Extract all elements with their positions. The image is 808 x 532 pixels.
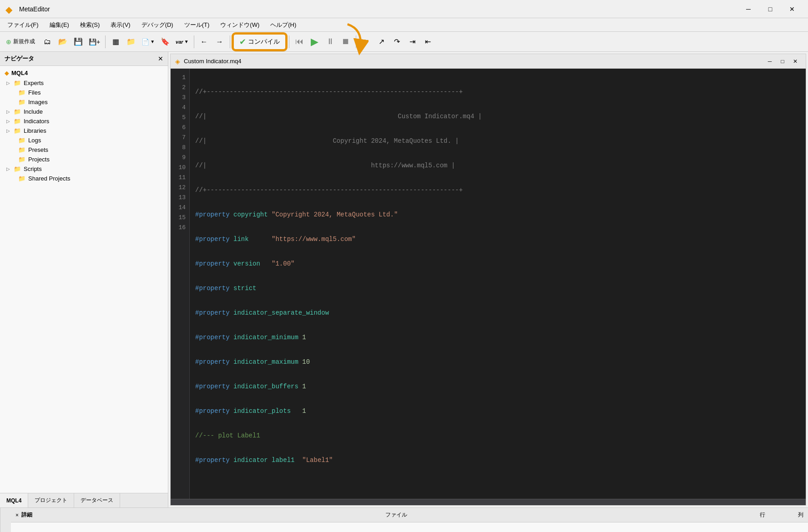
editor-close-button[interactable]: ✕ xyxy=(789,56,801,66)
menu-edit[interactable]: 編集(E) xyxy=(44,19,75,31)
tree-item-images[interactable]: 📁 Images xyxy=(0,97,168,107)
item-label: Presets xyxy=(28,146,48,153)
prev-run-icon: ⏮ xyxy=(295,37,303,46)
maximize-button[interactable]: □ xyxy=(760,2,781,16)
tree-item-libraries[interactable]: ▷ 📁 Libraries xyxy=(0,126,168,136)
save-button[interactable]: 💾 xyxy=(71,34,86,50)
editor-minimize-button[interactable]: ─ xyxy=(764,56,776,66)
step-end-icon: ⇤ xyxy=(425,37,431,46)
line-num-15: 15 xyxy=(171,212,189,222)
var-button[interactable]: var ▼ xyxy=(173,34,191,50)
stop-button[interactable]: ⏹ xyxy=(338,34,353,50)
folder-button[interactable]: 📁 xyxy=(124,34,138,50)
tree-item-presets[interactable]: 📁 Presets xyxy=(0,145,168,155)
new-icon: ⊕ xyxy=(6,38,11,45)
tree-item-files[interactable]: 📁 Files xyxy=(0,88,168,97)
file-label: ファイル xyxy=(385,511,407,519)
code-line-6: #property copyright "Copyright 2024, Met… xyxy=(195,210,800,220)
editor-maximize-button[interactable]: □ xyxy=(777,56,788,66)
toolbox-side-label[interactable]: ツールボックス xyxy=(0,508,11,532)
menu-tools[interactable]: ツール(T) xyxy=(179,19,215,31)
folder-icon: 📁 xyxy=(14,166,21,172)
folder-icon: 📁 xyxy=(14,80,21,86)
code-line-1: //+-------------------------------------… xyxy=(195,87,800,97)
code-line-9: #property strict xyxy=(195,283,800,293)
menu-search[interactable]: 検索(S) xyxy=(75,19,105,31)
code-line-8: #property version "1.00" xyxy=(195,259,800,269)
nav-tab-database[interactable]: データベース xyxy=(74,493,120,507)
bottom-main: × 詳細 ファイル 行 列 エラー 検索 記事 1526 図書館 xyxy=(11,508,808,532)
step-in-button[interactable]: ↗ xyxy=(374,34,389,50)
line-num-8: 8 xyxy=(171,142,189,152)
detail-label: 詳細 xyxy=(21,511,32,519)
back-button[interactable]: ← xyxy=(197,34,212,50)
save-all-button[interactable]: 💾+ xyxy=(86,34,102,50)
root-expand-icon: ◆ xyxy=(5,70,9,76)
separator-1 xyxy=(105,35,106,48)
bookmark-button[interactable]: 🔖 xyxy=(158,34,172,50)
menu-help[interactable]: ヘルプ(H) xyxy=(265,19,302,31)
new-button[interactable]: ⊕ 新規作成 xyxy=(2,34,39,50)
add-project-button[interactable]: 🗂 xyxy=(40,34,55,50)
open-button[interactable]: 📂 xyxy=(56,34,70,50)
nav-tab-database-label: データベース xyxy=(81,497,113,504)
navigator-close-button[interactable]: ✕ xyxy=(158,55,163,62)
item-label: Images xyxy=(28,99,48,105)
nav-tab-mql4[interactable]: MQL4 xyxy=(0,493,28,507)
editor-window: ◈ Custom Indicator.mq4 ─ □ ✕ 1 2 3 4 5 6… xyxy=(170,54,806,506)
navigator-panel: ナビゲータ ✕ ◆ MQL4 ▷ 📁 Experts 📁 Files 📁 Ima… xyxy=(0,52,168,507)
step-in-icon: ↗ xyxy=(379,37,384,46)
document-button[interactable]: 📄 ▼ xyxy=(139,34,157,50)
line-num-10: 10 xyxy=(171,162,189,172)
line-num-7: 7 xyxy=(171,132,189,142)
navigator-tabs: MQL4 プロジェクト データベース xyxy=(0,493,168,507)
menu-window[interactable]: ウィンドウ(W) xyxy=(215,19,265,31)
item-label: Include xyxy=(24,108,43,115)
bottom-close-button[interactable]: × xyxy=(15,512,19,518)
menu-file[interactable]: ファイル(F) xyxy=(2,19,44,31)
step-over-button[interactable]: ↷ xyxy=(390,34,404,50)
step-right-button[interactable]: ⇥ xyxy=(405,34,420,50)
tree-root-mql4[interactable]: ◆ MQL4 xyxy=(0,68,168,78)
step-over-icon: ↷ xyxy=(394,37,400,46)
folder-icon: 📁 xyxy=(126,37,136,46)
code-line-16: #property indicator label1 "Label1" xyxy=(195,455,800,465)
folder-icon: 📁 xyxy=(18,175,25,182)
navigator-header: ナビゲータ ✕ xyxy=(0,52,168,66)
close-button[interactable]: ✕ xyxy=(782,2,803,16)
tree-item-include[interactable]: ▷ 📁 Include xyxy=(0,107,168,116)
code-content[interactable]: //+-------------------------------------… xyxy=(190,69,806,499)
code-editor[interactable]: 1 2 3 4 5 6 7 8 9 10 11 12 13 14 15 16 xyxy=(171,69,806,499)
line-num-1: 1 xyxy=(171,72,189,82)
editor-scrollbar[interactable] xyxy=(171,499,806,505)
prev-run-button[interactable]: ⏮ xyxy=(292,34,307,50)
tree-item-experts[interactable]: ▷ 📁 Experts xyxy=(0,78,168,88)
stop-icon: ⏹ xyxy=(342,37,350,46)
folder-icon: 📁 xyxy=(18,156,25,163)
back-icon: ← xyxy=(201,38,208,46)
menu-view[interactable]: 表示(V) xyxy=(105,19,136,31)
folder-icon: 📁 xyxy=(14,108,21,115)
window-controls: ─ □ ✕ xyxy=(738,2,803,16)
minimize-button[interactable]: ─ xyxy=(738,2,759,16)
dropdown-arrow2: ▼ xyxy=(184,39,189,44)
code-line-4: //| https://www.mql5.com | xyxy=(195,161,800,171)
navigator-title: ナビゲータ xyxy=(5,55,34,63)
forward-button[interactable]: → xyxy=(212,34,227,50)
layout-button[interactable]: ▦ xyxy=(108,34,123,50)
menu-debug[interactable]: デバッグ(D) xyxy=(136,19,179,31)
tree-item-shared-projects[interactable]: 📁 Shared Projects xyxy=(0,174,168,183)
tree-item-projects[interactable]: 📁 Projects xyxy=(0,155,168,164)
tree-item-indicators[interactable]: ▷ 📁 Indicators xyxy=(0,116,168,126)
tree-item-scripts[interactable]: ▷ 📁 Scripts xyxy=(0,164,168,174)
item-label: Shared Projects xyxy=(28,175,71,182)
tree-item-logs[interactable]: 📁 Logs xyxy=(0,136,168,145)
run-button[interactable]: ▶ xyxy=(308,34,322,50)
step-out-button[interactable]: ↙ xyxy=(359,34,374,50)
code-line-13: #property indicator_buffers 1 xyxy=(195,381,800,391)
step-end-button[interactable]: ⇤ xyxy=(421,34,435,50)
line-num-11: 11 xyxy=(171,172,189,182)
compile-button[interactable]: ✔ コンパイル xyxy=(233,34,286,50)
nav-tab-projects[interactable]: プロジェクト xyxy=(28,493,74,507)
pause-button[interactable]: ⏸ xyxy=(323,34,338,50)
